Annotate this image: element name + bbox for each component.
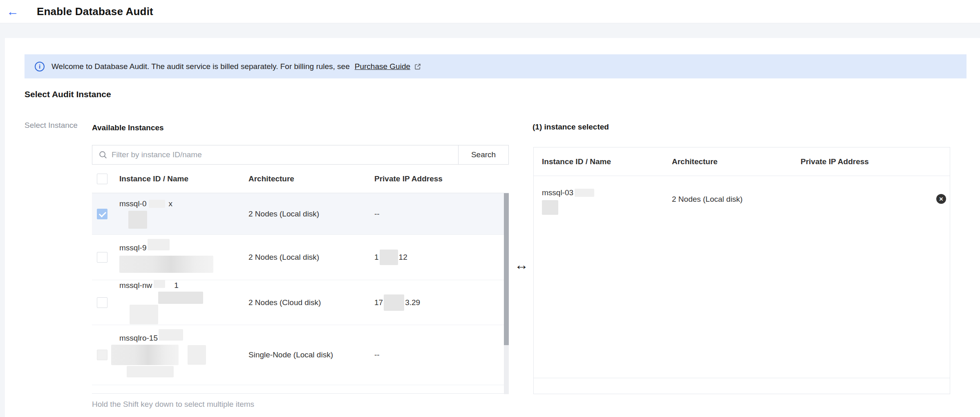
ip-cell: -- [374,350,380,359]
table-row[interactable]: mssql-nw 1 2 Nodes (Cloud disk) [92,280,509,325]
redacted-text [542,200,558,215]
redacted-text [128,211,147,229]
purchase-guide-link[interactable]: Purchase Guide [355,62,410,71]
search-button[interactable]: Search [459,145,509,165]
instance-name-cell: mssql-9 [119,235,213,280]
table-row[interactable]: mssqlro-15 Single-Node (Local disk) [92,325,509,385]
target-table-header: Instance ID / Name Architecture Private … [534,147,950,176]
search-icon [98,150,107,159]
external-link-icon [414,63,421,70]
architecture-cell: 2 Nodes (Local disk) [248,210,319,219]
row-checkbox[interactable] [97,209,107,219]
instance-id-text: mssql-9 [119,243,147,252]
scrollbar-thumb[interactable] [504,193,509,345]
instance-filter-input[interactable] [112,150,458,159]
redacted-text [130,305,158,324]
instance-id-suffix: 1 [174,281,179,290]
column-header-ip: Private IP Address [374,174,443,183]
available-instances-title: Available Instances [92,123,164,132]
redacted-text [148,239,170,250]
source-table-header: Instance ID / Name Architecture Private … [92,165,509,193]
ip-cell: -- [374,210,380,219]
transfer-arrow-icon: ↔ [515,257,528,273]
column-header-name: Instance ID / Name [542,157,611,166]
redacted-text [119,256,213,273]
redacted-text [158,292,203,304]
architecture-cell: 2 Nodes (Local disk) [672,195,743,204]
ip-text: 1 [374,253,379,262]
back-arrow-icon[interactable]: ← [7,5,19,18]
architecture-cell: Single-Node (Local disk) [248,350,333,359]
row-checkbox[interactable] [97,350,107,360]
instance-id-text: mssqlro-15 [119,334,158,343]
column-header-ip: Private IP Address [801,157,869,166]
top-bar: ← Enable Database Audit [0,0,980,23]
search-input-box[interactable] [92,145,459,165]
instance-id-text: mssql-03 [542,188,573,197]
redacted-text [384,294,404,311]
column-header-architecture: Architecture [248,174,294,183]
redacted-text [575,189,594,197]
page-title: Enable Database Audit [37,5,153,18]
table-row: mssql-03 2 Nodes (Local disk) ✕ [534,176,950,378]
section-title: Select Audit Instance [25,89,111,99]
redacted-text [111,345,179,365]
info-icon: i [35,62,45,71]
banner-text: Welcome to Database Audit. The audit ser… [51,62,350,71]
available-instances-panel: Search Instance ID / Name Architecture P… [92,145,509,394]
column-header-architecture: Architecture [672,157,718,166]
row-checkbox[interactable] [97,297,107,308]
ip-text: -- [374,210,380,219]
instance-id-suffix: x [169,199,173,208]
ip-text: 3.29 [405,298,420,307]
instance-name-cell: mssql-0 x [119,193,172,234]
instance-id-text: mssql-nw [119,281,152,290]
redacted-text [159,329,183,341]
table-row[interactable]: mssql-0 x 2 Nodes (Local disk) -- [92,193,509,235]
table-row[interactable]: mssql-9 2 Nodes (Local disk) 1 12 [92,235,509,280]
ip-cell: 1 12 [374,250,407,265]
instance-name-cell: mssqlro-15 [119,325,206,385]
search-row: Search [92,145,509,165]
selected-count-title: (1) instance selected [533,123,609,132]
ip-cell: 17 3.29 [374,294,420,311]
instance-id-text: mssql-0 [119,199,147,208]
architecture-cell: 2 Nodes (Local disk) [248,253,319,262]
selected-instances-panel: Instance ID / Name Architecture Private … [533,147,950,394]
scrollbar-track [504,193,509,394]
shift-select-hint: Hold the Shift key down to select multip… [92,400,254,409]
row-checkbox[interactable] [97,252,107,263]
ip-text: 17 [374,298,383,307]
ip-text: 12 [399,253,407,262]
table-footer-strip [92,385,509,394]
info-banner: i Welcome to Database Audit. The audit s… [25,54,967,78]
enable-database-audit-page: ← Enable Database Audit i Welcome to Dat… [0,0,980,417]
instance-name-cell: mssql-03 [542,188,594,215]
redacted-text [127,366,174,377]
ip-text: -- [374,350,380,359]
target-footer-strip [534,378,950,394]
content-card: i Welcome to Database Audit. The audit s… [5,38,980,417]
redacted-text [380,250,398,265]
remove-instance-button[interactable]: ✕ [936,194,946,204]
redacted-text [188,345,206,365]
instance-name-cell: mssql-nw 1 [119,280,203,325]
select-all-checkbox[interactable] [97,174,107,184]
redacted-text [149,200,165,208]
redacted-text [154,280,165,288]
column-header-name: Instance ID / Name [119,174,188,183]
architecture-cell: 2 Nodes (Cloud disk) [248,298,321,307]
source-table-body: mssql-0 x 2 Nodes (Local disk) -- [92,193,509,394]
select-instance-label: Select Instance [25,121,78,130]
